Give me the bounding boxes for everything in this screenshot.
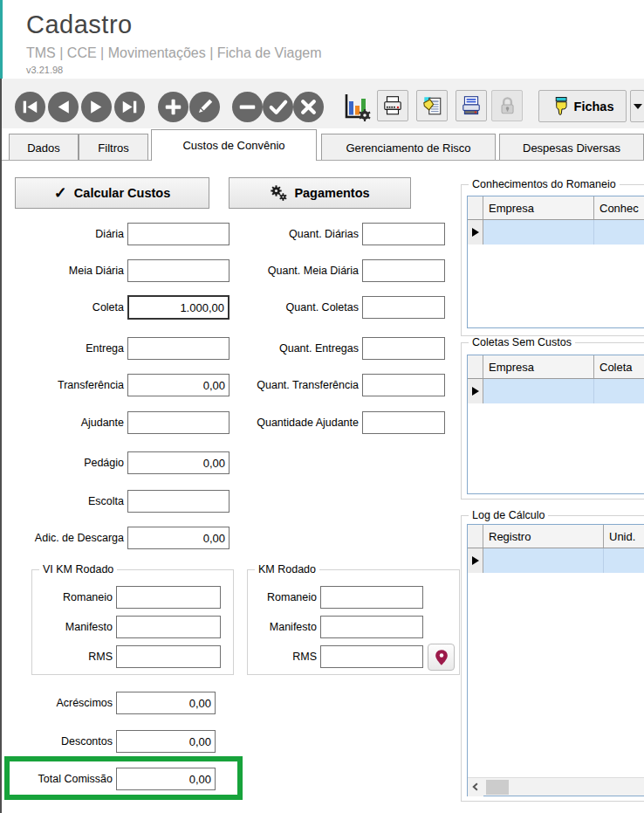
entrega-input[interactable] xyxy=(127,337,230,360)
km-romaneio-input[interactable] xyxy=(320,586,423,609)
vi-romaneio-label: Romaneio xyxy=(32,591,116,603)
coleta-input[interactable] xyxy=(127,295,230,320)
ajudante-input[interactable] xyxy=(127,411,230,434)
total-comissao-label: Total Comissão xyxy=(0,773,116,785)
fichas-button[interactable]: Fichas xyxy=(538,90,627,122)
confirm-button[interactable] xyxy=(263,92,293,122)
pedagio-input[interactable] xyxy=(127,451,230,474)
conhecimentos-romaneio-title: Conhecimentos do Romaneio xyxy=(469,178,620,190)
tab-gerenciamento-de-risco[interactable]: Gerenciamento de Risco xyxy=(321,134,496,160)
field-row: Descontos xyxy=(0,730,216,753)
field-row: Quant. Transferência xyxy=(240,374,445,396)
meia-diaria-input[interactable] xyxy=(127,259,230,282)
field-row: Quant. Entregas xyxy=(240,337,445,360)
column-header-unidade[interactable]: Unid. xyxy=(604,525,644,548)
grid-cell-empty xyxy=(604,548,644,573)
chart-settings-button[interactable] xyxy=(340,91,372,122)
row-selector-cell xyxy=(468,379,483,403)
add-record-button[interactable] xyxy=(158,92,188,122)
column-header-registro[interactable]: Registro xyxy=(483,525,604,548)
row-selector-cell xyxy=(468,220,483,245)
field-row: Quant. Meia Diária xyxy=(240,259,445,282)
lock-button[interactable] xyxy=(491,90,523,121)
field-row: Diária xyxy=(0,223,230,245)
total-comissao-input[interactable] xyxy=(116,768,216,790)
chevron-left-icon xyxy=(470,782,481,792)
edit-record-button[interactable] xyxy=(189,92,220,122)
grid-selected-row[interactable] xyxy=(468,548,644,573)
last-record-icon xyxy=(114,92,145,122)
fichas-dropdown-button[interactable] xyxy=(630,90,644,122)
descontos-input[interactable] xyxy=(116,730,216,753)
km-romaneio-label: Romaneio xyxy=(248,591,320,603)
quant-transferencia-input[interactable] xyxy=(362,374,445,396)
column-header-empresa[interactable]: Empresa xyxy=(483,196,594,219)
print-preview-button[interactable] xyxy=(456,90,487,121)
first-record-button[interactable] xyxy=(15,92,45,122)
vi-manifesto-input[interactable] xyxy=(116,616,221,638)
vi-romaneio-input[interactable] xyxy=(116,586,221,609)
scrollbar-thumb[interactable] xyxy=(486,780,509,795)
escolta-input[interactable] xyxy=(127,490,230,513)
edit-document-button[interactable] xyxy=(416,90,448,121)
acrescimos-input[interactable] xyxy=(116,692,216,714)
gears-icon xyxy=(270,184,287,202)
scroll-left-button[interactable] xyxy=(468,778,483,796)
grid-selected-row[interactable] xyxy=(468,379,644,403)
previous-record-button[interactable] xyxy=(48,92,79,122)
quant-entregas-input[interactable] xyxy=(362,337,445,360)
map-pin-button[interactable] xyxy=(428,644,455,671)
diaria-input[interactable] xyxy=(127,223,230,245)
grid-selected-row[interactable] xyxy=(468,220,644,245)
grid-cell-empty xyxy=(594,379,644,403)
print-button[interactable] xyxy=(377,90,408,121)
horizontal-scrollbar[interactable] xyxy=(468,777,644,796)
quantidade-ajudante-input[interactable] xyxy=(362,411,445,434)
remove-record-button[interactable] xyxy=(232,92,263,122)
acrescimos-label: Acréscimos xyxy=(0,697,116,709)
vi-km-rodado-group: VI KM Rodado Romaneio Manifesto RMS xyxy=(31,569,234,675)
map-pin-icon xyxy=(433,649,450,666)
meia-diaria-label: Meia Diária xyxy=(0,265,127,277)
next-record-icon xyxy=(81,92,112,122)
field-row: Transferência xyxy=(0,374,230,396)
quant-coletas-label: Quant. Coletas xyxy=(240,301,362,313)
transferencia-input[interactable] xyxy=(127,374,230,396)
pedagio-label: Pedágio xyxy=(0,457,127,469)
tab-despesas-diversas[interactable]: Despesas Diversas xyxy=(499,134,644,160)
calcular-custos-button[interactable]: Calcular Custos xyxy=(15,177,209,209)
transferencia-label: Transferência xyxy=(0,379,127,391)
grid-cell-empty xyxy=(594,220,644,245)
pagamentos-label: Pagamentos xyxy=(294,186,369,200)
km-rms-input[interactable] xyxy=(320,645,423,668)
coletas-sem-custos-title: Coletas Sem Custos xyxy=(469,336,575,348)
field-row: Manifesto xyxy=(32,616,221,638)
adic-descarga-input[interactable] xyxy=(127,527,230,549)
conhecimentos-romaneio-group: Conhecimentos do Romaneio Empresa Conhec xyxy=(461,184,644,336)
column-header-conhecimento[interactable]: Conhec xyxy=(594,196,644,219)
log-grid: Registro Unid. xyxy=(467,524,644,796)
row-selector-header xyxy=(468,355,483,378)
last-record-button[interactable] xyxy=(114,92,145,122)
quant-meia-diaria-input[interactable] xyxy=(362,259,445,282)
tab-filtros[interactable]: Filtros xyxy=(79,134,148,160)
field-row: Coleta xyxy=(0,296,230,319)
next-record-button[interactable] xyxy=(81,92,112,122)
quant-coletas-input[interactable] xyxy=(362,296,445,319)
cancel-button[interactable] xyxy=(293,92,324,122)
vi-km-rodado-title: VI KM Rodado xyxy=(39,563,117,575)
km-manifesto-input[interactable] xyxy=(320,616,423,638)
vi-rms-input[interactable] xyxy=(116,645,221,668)
log-de-calculo-group: Log de Cálculo Registro Unid. xyxy=(461,515,644,802)
column-header-empresa[interactable]: Empresa xyxy=(483,355,594,378)
tab-custos-de-convenio[interactable]: Custos de Convênio xyxy=(151,129,317,161)
tab-dados[interactable]: Dados xyxy=(9,134,79,160)
column-header-coleta[interactable]: Coleta xyxy=(594,355,644,378)
field-row: Adic. de Descarga xyxy=(0,527,230,549)
diaria-label: Diária xyxy=(0,228,127,240)
coletas-sem-custos-group: Coletas Sem Custos Empresa Coleta xyxy=(461,342,644,500)
quant-diarias-input[interactable] xyxy=(362,223,445,245)
breadcrumb: TMS | CCE | Movimentações | Ficha de Via… xyxy=(26,45,322,61)
previous-record-icon xyxy=(48,92,79,122)
pagamentos-button[interactable]: Pagamentos xyxy=(229,177,411,209)
